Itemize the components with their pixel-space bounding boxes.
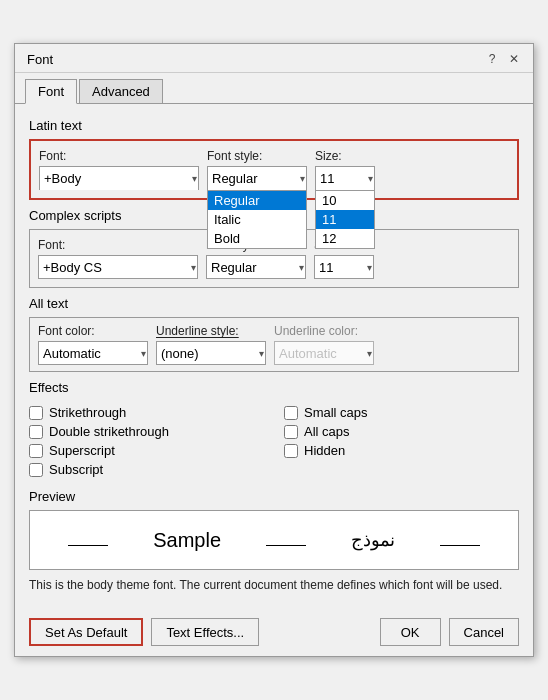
small-caps-row[interactable]: Small caps: [284, 405, 519, 420]
size-option-12[interactable]: 12: [316, 229, 374, 248]
btn-group-right: OK Cancel: [380, 618, 519, 646]
cs-style-dropdown-wrap: Regular ▾: [206, 255, 306, 279]
style-option-bold[interactable]: Bold: [208, 229, 306, 248]
tab-advanced[interactable]: Advanced: [79, 79, 163, 103]
effects-section: Strikethrough Small caps Double striketh…: [29, 401, 519, 481]
latin-font-dropdown-wrap: ▾: [39, 166, 199, 190]
cs-size-select[interactable]: 11: [314, 255, 374, 279]
help-button[interactable]: ?: [483, 50, 501, 68]
all-text-section: Font color: Automatic ▾ Underline style:…: [29, 317, 519, 372]
latin-style-dropdown-wrap: ▾ Regular Italic Bold: [207, 166, 307, 190]
font-color-label: Font color:: [38, 324, 148, 338]
latin-size-list: 10 11 12: [315, 190, 375, 249]
all-caps-label: All caps: [304, 424, 350, 439]
hidden-checkbox[interactable]: [284, 444, 298, 458]
info-text: This is the body theme font. The current…: [29, 578, 519, 592]
preview-line-middle: [266, 545, 306, 546]
title-bar-left: Font: [27, 52, 53, 67]
latin-font-label: Font:: [39, 149, 199, 163]
latin-size-dropdown-wrap: ▾ 10 11 12: [315, 166, 375, 190]
underline-style-select[interactable]: (none): [156, 341, 266, 365]
cancel-button[interactable]: Cancel: [449, 618, 519, 646]
latin-font-input[interactable]: [39, 166, 199, 190]
set-default-button[interactable]: Set As Default: [29, 618, 143, 646]
underline-color-select[interactable]: Automatic: [274, 341, 374, 365]
latin-style-list: Regular Italic Bold: [207, 190, 307, 249]
cs-font-label: Font:: [38, 238, 198, 252]
underline-style-group: Underline style: (none) ▾: [156, 324, 266, 365]
title-bar-controls: ? ✕: [483, 50, 523, 68]
all-text-row: Font color: Automatic ▾ Underline style:…: [38, 324, 510, 365]
bottom-buttons: Set As Default Text Effects... OK Cancel: [15, 612, 533, 656]
latin-style-label: Font style:: [207, 149, 307, 163]
superscript-checkbox[interactable]: [29, 444, 43, 458]
latin-style-input[interactable]: [207, 166, 307, 190]
latin-style-group: Font style: ▾ Regular Italic Bold: [207, 149, 307, 190]
btn-group-left: Set As Default Text Effects...: [29, 618, 259, 646]
strikethrough-label: Strikethrough: [49, 405, 126, 420]
strikethrough-checkbox[interactable]: [29, 406, 43, 420]
preview-label: Preview: [29, 489, 519, 504]
tab-bar: Font Advanced: [15, 73, 533, 103]
cs-font-group: Font: +Body CS ▾: [38, 238, 198, 279]
effects-label: Effects: [29, 380, 519, 395]
hidden-label: Hidden: [304, 443, 345, 458]
style-option-italic[interactable]: Italic: [208, 210, 306, 229]
cs-font-dropdown-wrap: +Body CS ▾: [38, 255, 198, 279]
small-caps-label: Small caps: [304, 405, 368, 420]
underline-color-group: Underline color: Automatic ▾: [274, 324, 374, 365]
preview-box: Sample نموذج: [29, 510, 519, 570]
size-option-11[interactable]: 11: [316, 210, 374, 229]
effects-grid: Strikethrough Small caps Double striketh…: [29, 401, 519, 481]
cs-size-dropdown-wrap: 11 ▾: [314, 255, 374, 279]
cs-font-select[interactable]: +Body CS: [38, 255, 198, 279]
superscript-row[interactable]: Superscript: [29, 443, 264, 458]
superscript-label: Superscript: [49, 443, 115, 458]
strikethrough-row[interactable]: Strikethrough: [29, 405, 264, 420]
all-text-label: All text: [29, 296, 519, 311]
latin-text-label: Latin text: [29, 118, 519, 133]
double-strikethrough-label: Double strikethrough: [49, 424, 169, 439]
preview-section: Sample نموذج: [29, 510, 519, 570]
preview-arabic-text: نموذج: [351, 529, 395, 551]
underline-style-label: Underline style:: [156, 324, 266, 338]
style-option-regular[interactable]: Regular: [208, 191, 306, 210]
ok-button[interactable]: OK: [380, 618, 441, 646]
tab-content: Latin text Font: ▾ Font style: ▾: [15, 103, 533, 612]
latin-size-group: Size: ▾ 10 11 12: [315, 149, 375, 190]
tab-font[interactable]: Font: [25, 79, 77, 104]
underline-style-dropdown-wrap: (none) ▾: [156, 341, 266, 365]
small-caps-checkbox[interactable]: [284, 406, 298, 420]
latin-font-group: Font: ▾: [39, 149, 199, 190]
preview-line-right: [440, 545, 480, 546]
subscript-row[interactable]: Subscript: [29, 462, 264, 477]
cs-style-select[interactable]: Regular: [206, 255, 306, 279]
title-bar: Font ? ✕: [15, 44, 533, 73]
font-color-select[interactable]: Automatic: [38, 341, 148, 365]
font-dialog: Font ? ✕ Font Advanced Latin text Font:: [14, 43, 534, 657]
text-effects-button[interactable]: Text Effects...: [151, 618, 259, 646]
close-button[interactable]: ✕: [505, 50, 523, 68]
all-caps-row[interactable]: All caps: [284, 424, 519, 439]
font-color-group: Font color: Automatic ▾: [38, 324, 148, 365]
hidden-row[interactable]: Hidden: [284, 443, 519, 458]
subscript-checkbox[interactable]: [29, 463, 43, 477]
underline-color-label: Underline color:: [274, 324, 374, 338]
font-color-dropdown-wrap: Automatic ▾: [38, 341, 148, 365]
double-strikethrough-checkbox[interactable]: [29, 425, 43, 439]
preview-sample-text: Sample: [153, 529, 221, 552]
subscript-label: Subscript: [49, 462, 103, 477]
preview-line-left: [68, 545, 108, 546]
underline-color-dropdown-wrap: Automatic ▾: [274, 341, 374, 365]
latin-size-label: Size:: [315, 149, 375, 163]
double-strikethrough-row[interactable]: Double strikethrough: [29, 424, 264, 439]
dialog-title: Font: [27, 52, 53, 67]
all-caps-checkbox[interactable]: [284, 425, 298, 439]
size-option-10[interactable]: 10: [316, 191, 374, 210]
latin-size-input[interactable]: [315, 166, 375, 190]
latin-text-row1: Font: ▾ Font style: ▾ Regular Italic: [39, 149, 509, 190]
latin-text-section: Font: ▾ Font style: ▾ Regular Italic: [29, 139, 519, 200]
